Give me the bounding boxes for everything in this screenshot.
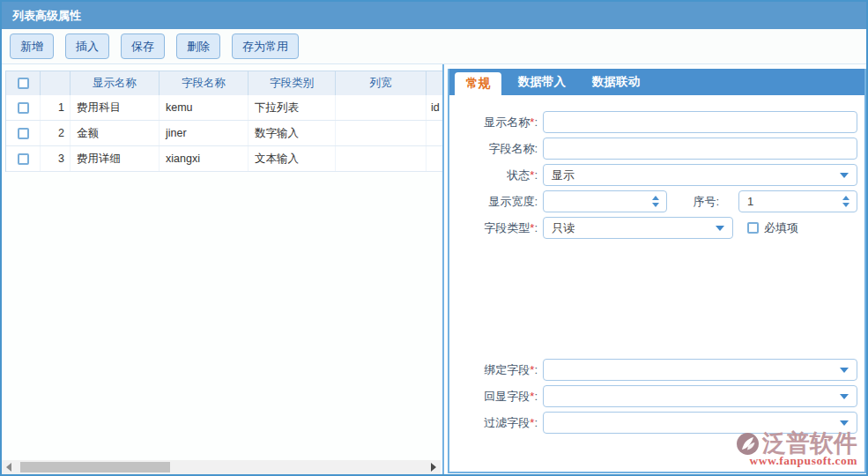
chevron-down-icon (716, 226, 724, 231)
save-as-common-button[interactable]: 存为常用 (232, 33, 299, 59)
insert-button[interactable]: 插入 (65, 33, 109, 59)
fields-table: 显示名称 字段名称 字段类别 列宽 绑 1 费用科目 kemu 下拉列表 id (5, 71, 444, 172)
row-number: 3 (41, 146, 70, 171)
cell-col-width (336, 121, 427, 145)
field-type-select[interactable]: 只读 (543, 217, 733, 239)
required-checkbox-group: 必填项 (747, 220, 798, 236)
status-label: 状态*: (458, 167, 538, 183)
display-width-label: 显示宽度: (458, 194, 538, 210)
cell-field-name: xiangxi (160, 146, 249, 171)
cell-display-name: 金额 (70, 121, 160, 145)
cell-extra (427, 146, 444, 171)
cell-field-name: jiner (160, 121, 249, 145)
bind-field-select[interactable] (543, 359, 857, 381)
seq-input[interactable] (739, 191, 857, 212)
watermark-brand-text: 泛普软件 (762, 431, 857, 456)
fanpu-logo-icon (736, 432, 760, 456)
fields-table-panel: 显示名称 字段名称 字段类别 列宽 绑 1 费用科目 kemu 下拉列表 id (2, 64, 444, 474)
row-number: 1 (41, 95, 70, 120)
row-checkbox[interactable] (18, 153, 29, 165)
cell-col-width (336, 146, 427, 171)
scrollbar-thumb[interactable] (20, 462, 170, 472)
header-display-name[interactable]: 显示名称 (70, 71, 160, 95)
chevron-down-icon (840, 368, 849, 373)
header-field-category[interactable]: 字段类别 (249, 71, 336, 95)
stepper-arrows[interactable] (652, 191, 659, 212)
tab-data-import[interactable]: 数据带入 (505, 69, 579, 95)
seq-label: 序号: (667, 194, 733, 210)
save-button[interactable]: 保存 (121, 33, 165, 59)
chevron-down-icon (840, 420, 849, 426)
field-name-label: 字段名称: (458, 141, 538, 157)
seq-stepper (738, 190, 857, 212)
table-row[interactable]: 2 金额 jiner 数字输入 (6, 121, 444, 146)
cell-field-category: 数字输入 (249, 121, 336, 145)
field-name-input[interactable] (543, 138, 857, 160)
dialog-title: 列表高级属性 (2, 2, 866, 29)
arrow-down-icon (842, 203, 849, 207)
cell-display-name: 费用详细 (70, 146, 160, 171)
cell-col-width (336, 95, 427, 120)
cell-field-category: 文本输入 (249, 146, 336, 171)
select-all-checkbox[interactable] (18, 78, 29, 89)
main-area: 显示名称 字段名称 字段类别 列宽 绑 1 费用科目 kemu 下拉列表 id (2, 64, 866, 474)
status-select[interactable]: 显示 (543, 164, 857, 186)
delete-button[interactable]: 删除 (176, 33, 220, 59)
display-width-stepper (543, 190, 667, 212)
filter-field-select[interactable] (543, 412, 857, 434)
scroll-left-button[interactable] (2, 463, 16, 472)
properties-panel: 常规 数据带入 数据联动 显示名称*: 字段名称: 状态*: 显示 (448, 69, 866, 473)
tab-bar: 常规 数据带入 数据联动 (449, 69, 864, 95)
header-col-width[interactable]: 列宽 (336, 71, 427, 95)
cell-extra: id (427, 95, 444, 120)
row-number-header (41, 71, 70, 95)
header-clipped-label: 绑 (427, 76, 444, 91)
chevron-down-icon (840, 173, 849, 178)
table-header-row: 显示名称 字段名称 字段类别 列宽 绑 (6, 71, 444, 95)
field-type-label: 字段类型*: (458, 220, 538, 236)
display-name-input[interactable] (543, 111, 857, 133)
echo-field-label: 回显字段*: (458, 389, 538, 405)
arrow-up-icon (652, 196, 659, 200)
required-checkbox[interactable] (747, 222, 759, 234)
tab-data-linkage[interactable]: 数据联动 (579, 69, 653, 95)
horizontal-scrollbar[interactable] (2, 460, 441, 474)
row-checkbox[interactable] (18, 128, 29, 139)
header-clipped[interactable]: 绑 (427, 71, 444, 95)
table-row[interactable]: 3 费用详细 xiangxi 文本输入 (6, 146, 444, 172)
arrow-down-icon (652, 203, 659, 207)
filter-field-label: 过滤字段*: (458, 415, 538, 431)
arrow-up-icon (842, 196, 849, 200)
display-width-input[interactable] (544, 191, 666, 212)
list-advanced-properties-dialog: 列表高级属性 新增 插入 保存 删除 存为常用 显示名称 字段名称 字段类别 列… (0, 0, 868, 476)
cell-extra (427, 121, 444, 145)
vendor-watermark: 泛普软件 www.fanpusoft.com (736, 431, 857, 468)
field-type-value: 只读 (552, 220, 575, 236)
status-value: 显示 (552, 167, 575, 183)
echo-field-select[interactable] (543, 385, 857, 407)
toolbar: 新增 插入 保存 删除 存为常用 (2, 29, 866, 64)
scrollbar-track[interactable] (16, 460, 427, 474)
stepper-arrows[interactable] (842, 191, 849, 212)
tab-general[interactable]: 常规 (455, 72, 501, 95)
chevron-down-icon (840, 394, 849, 399)
scroll-left-icon (6, 463, 11, 472)
header-field-name[interactable]: 字段名称 (160, 71, 249, 95)
scroll-right-button[interactable] (427, 463, 441, 472)
cell-display-name: 费用科目 (70, 95, 160, 120)
add-button[interactable]: 新增 (10, 33, 54, 59)
general-form: 显示名称*: 字段名称: 状态*: 显示 显示宽度: (449, 95, 864, 472)
table-row[interactable]: 1 费用科目 kemu 下拉列表 id (6, 95, 444, 121)
row-number: 2 (41, 121, 70, 145)
cell-field-category: 下拉列表 (249, 95, 336, 120)
scroll-right-icon (431, 463, 436, 472)
row-checkbox[interactable] (18, 102, 29, 114)
display-name-label: 显示名称*: (458, 115, 538, 130)
bind-field-label: 绑定字段*: (458, 362, 538, 378)
watermark-url: www.fanpusoft.com (736, 454, 857, 468)
cell-field-name: kemu (160, 95, 249, 120)
required-checkbox-label: 必填项 (764, 220, 798, 236)
select-all-cell (6, 71, 41, 95)
